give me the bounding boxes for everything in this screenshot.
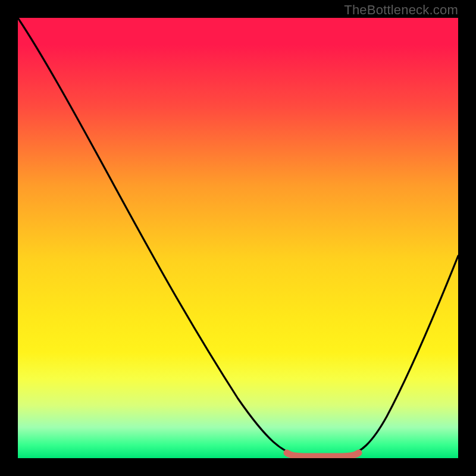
chart-frame: TheBottleneck.com [0, 0, 476, 476]
watermark-text: TheBottleneck.com [344, 2, 458, 18]
basin-segment [287, 453, 359, 456]
bottleneck-curve [18, 18, 458, 458]
plot-area [18, 18, 458, 458]
curve-path [18, 18, 458, 455]
